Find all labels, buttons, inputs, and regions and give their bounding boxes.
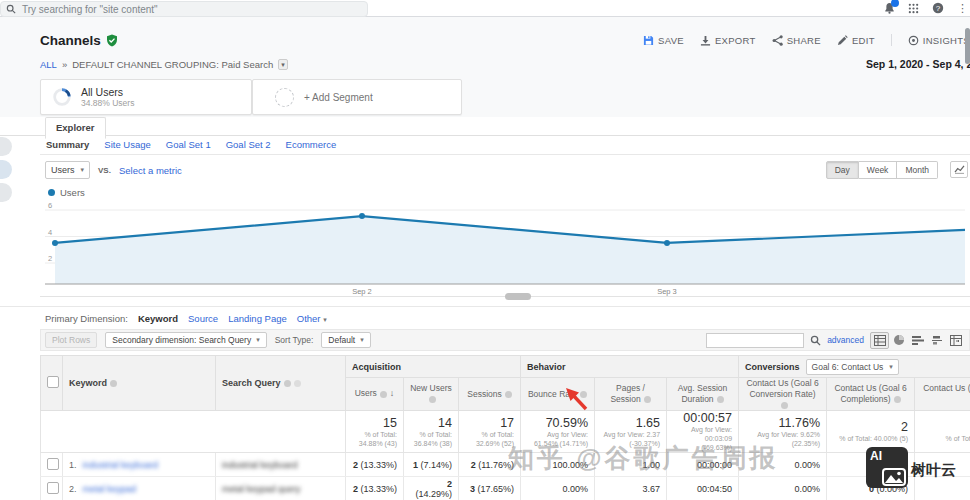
sort-descending-icon[interactable]: ↓ (390, 388, 395, 398)
subtab-goal-set-2[interactable]: Goal Set 2 (226, 139, 271, 150)
col-header-new-users[interactable]: New Users (404, 378, 459, 411)
col-header-contact-us-goal-6-value[interactable]: Contact Us (Goal 6 Value) (915, 378, 970, 411)
dimension-source[interactable]: Source (188, 313, 218, 324)
cell-sessions: 3 (17.65%) (459, 477, 521, 500)
table-search-icon[interactable] (810, 335, 821, 346)
segment-all-users[interactable]: All Users 34.88% Users (40, 79, 252, 115)
col-header-pages-session[interactable]: Pages / Session (595, 378, 667, 411)
sort-type-select[interactable]: Default▾ (321, 332, 370, 348)
help-icon[interactable] (894, 396, 901, 403)
help-icon[interactable] (781, 402, 788, 409)
chart-range-slider-handle[interactable] (505, 293, 531, 300)
vertical-scrollbar[interactable] (965, 28, 970, 64)
advanced-filter-link[interactable]: advanced (827, 335, 864, 345)
subtab-ecommerce[interactable]: Ecommerce (286, 139, 337, 150)
col-header-contact-us-goal-6-completions[interactable]: Contact Us (Goal 6 Completions) (827, 378, 915, 411)
subtab-summary[interactable]: Summary (46, 139, 89, 150)
edit-button[interactable]: EDIT (837, 35, 875, 46)
keyword-link[interactable]: industrial keyboard (83, 460, 159, 470)
share-button[interactable]: SHARE (772, 35, 821, 46)
left-edge-pill[interactable] (0, 160, 12, 179)
secondary-dimension-button[interactable]: Secondary dimension: Search Query▾ (105, 332, 266, 348)
left-edge-pill[interactable] (0, 183, 12, 202)
help-icon[interactable] (644, 396, 651, 403)
kebab-menu-icon[interactable]: ⋮ (957, 2, 968, 15)
metric-select[interactable]: Users ▾ (45, 161, 90, 179)
view-switcher (870, 332, 965, 349)
channel-grouping-dropdown[interactable]: ▾ (278, 59, 288, 70)
help-icon[interactable] (717, 396, 724, 403)
search-query-cell: metal keypad query (222, 484, 301, 494)
report-toolbar: SAVEEXPORTSHAREEDITINSIGHTS (643, 34, 970, 46)
help-icon[interactable] (505, 391, 512, 398)
watermark-logo: AI (866, 447, 908, 488)
goal-selector[interactable]: Goal 6: Contact Us ▾ (806, 359, 899, 375)
help-icon[interactable] (110, 380, 117, 387)
segment-subtitle: 34.88% Users (81, 98, 134, 108)
chart-type-button[interactable] (950, 161, 968, 178)
col-header-sessions[interactable]: Sessions (459, 378, 521, 411)
help-icon[interactable]: ? (932, 2, 944, 14)
chevron-down-icon: ▾ (81, 166, 85, 174)
segment-title: All Users (81, 86, 134, 98)
select-a-metric-link[interactable]: Select a metric (119, 165, 182, 176)
table-view-icon[interactable] (870, 332, 889, 349)
report-table: KeywordSearch QueryAcquisitionBehaviorCo… (40, 355, 970, 500)
col-header-avg-session-duration[interactable]: Avg. Session Duration (667, 378, 739, 411)
cell-new-users: 2 (14.29%) (404, 477, 459, 500)
keyword-link[interactable]: metal keypad (83, 484, 137, 494)
left-edge-pill[interactable] (0, 137, 12, 156)
search-icon (6, 4, 16, 14)
group-header-conversions: ConversionsGoal 6: Contact Us ▾ (739, 356, 970, 378)
date-range-selector[interactable]: Sep 1, 2020 - Sep 4, 2020 (866, 58, 970, 70)
subtab-goal-set-1[interactable]: Goal Set 1 (166, 139, 211, 150)
chevron-down-icon: ▾ (360, 336, 364, 344)
plot-rows-button[interactable]: Plot Rows (45, 332, 97, 348)
col-header-contact-us-goal-6-conversion-rate[interactable]: Contact Us (Goal 6 Conversion Rate) (739, 378, 827, 411)
granularity-month[interactable]: Month (897, 161, 938, 179)
select-all-checkbox[interactable] (47, 376, 59, 388)
save-button[interactable]: SAVE (643, 35, 684, 46)
pivot-view-icon[interactable] (946, 332, 965, 349)
dimension-landing-page[interactable]: Landing Page (228, 313, 287, 324)
legend-label: Users (60, 187, 85, 198)
col-header-keyword[interactable]: Keyword (63, 356, 216, 411)
subtab-site-usage[interactable]: Site Usage (104, 139, 150, 150)
row-checkbox[interactable] (47, 482, 59, 494)
notifications-icon[interactable] (884, 2, 895, 14)
subtab-divider (40, 154, 970, 155)
help-icon[interactable] (429, 396, 436, 403)
tab-explorer[interactable]: Explorer (45, 117, 106, 139)
help-icon[interactable] (380, 391, 387, 398)
col-header-users[interactable]: Users↓ (346, 378, 404, 411)
tab-divider (0, 135, 970, 136)
apps-grid-icon[interactable] (908, 3, 919, 14)
export-button[interactable]: EXPORT (700, 35, 756, 46)
insights-button[interactable]: INSIGHTS (908, 35, 970, 46)
help-icon[interactable] (284, 380, 291, 387)
sort-type-label: Sort Type: (275, 335, 314, 345)
svg-text:Sep 2: Sep 2 (352, 287, 372, 296)
dimension-keyword[interactable]: Keyword (138, 313, 178, 324)
percent-view-icon[interactable] (889, 332, 908, 349)
segment-donut-icon (51, 86, 73, 108)
remove-secondary-dimension-icon[interactable] (294, 380, 301, 387)
picture-icon (882, 468, 906, 486)
dimension-other-dropdown[interactable]: Other ▾ (297, 313, 327, 324)
breadcrumb-all-link[interactable]: ALL (40, 59, 57, 70)
subtab-bar: SummarySite UsageGoal Set 1Goal Set 2Eco… (46, 139, 336, 150)
add-segment-circle-icon (275, 88, 294, 107)
series-dot-icon (48, 189, 55, 196)
granularity-day[interactable]: Day (826, 161, 859, 179)
performance-view-icon[interactable] (908, 332, 927, 349)
granularity-week[interactable]: Week (859, 161, 898, 179)
add-segment-button[interactable]: + Add Segment (252, 79, 462, 115)
cell-users: 2 (13.33%) (346, 453, 404, 477)
report-table-wrap: KeywordSearch QueryAcquisitionBehaviorCo… (40, 355, 970, 500)
global-search-input[interactable]: Try searching for "site content" (0, 1, 368, 17)
row-checkbox[interactable] (47, 458, 59, 470)
comparison-view-icon[interactable] (927, 332, 946, 349)
add-segment-label: + Add Segment (304, 92, 373, 103)
table-search-input[interactable] (706, 333, 804, 348)
col-header-search-query[interactable]: Search Query (216, 356, 346, 411)
